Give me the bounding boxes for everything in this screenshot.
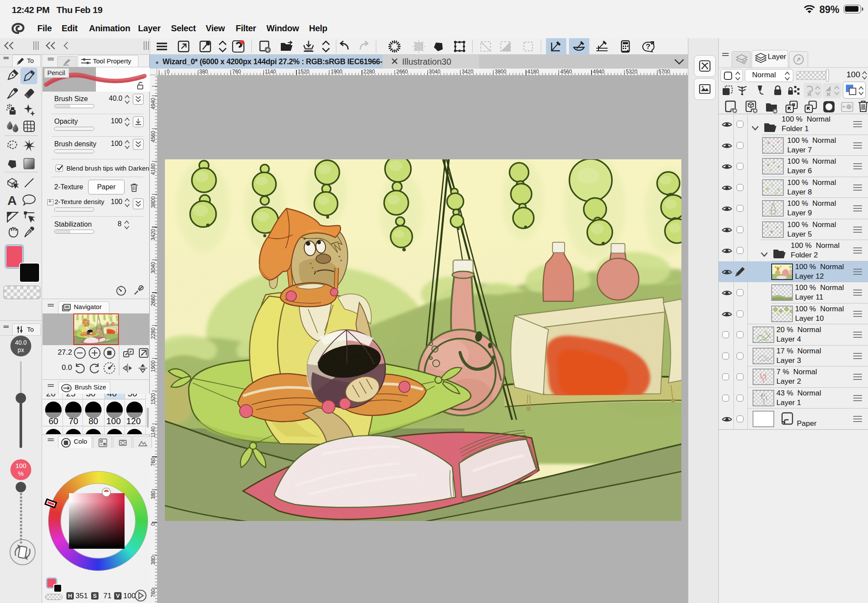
svg-text:?: ?	[646, 43, 650, 51]
svg-text:A: A	[7, 193, 17, 207]
